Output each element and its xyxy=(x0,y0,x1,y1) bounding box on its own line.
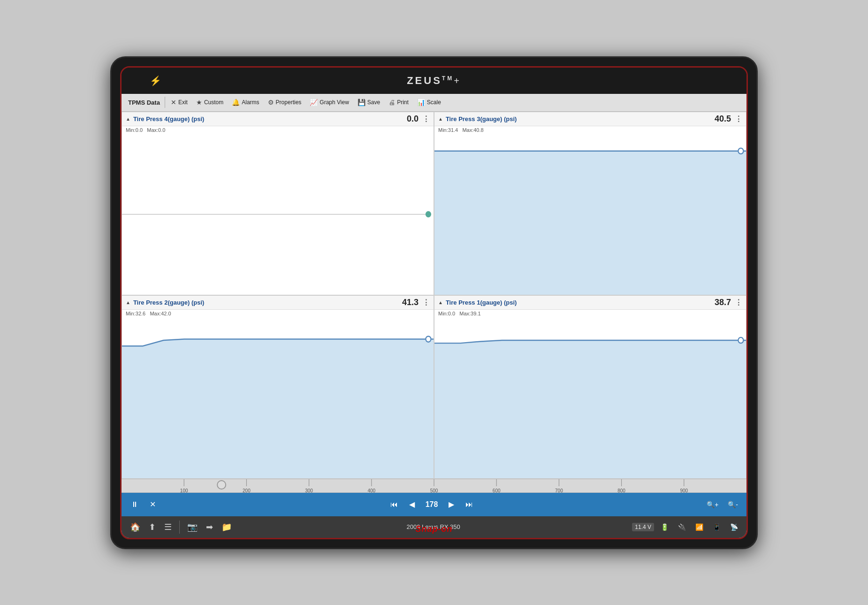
chart-value-tire4: 0.0 xyxy=(407,114,419,124)
chart-header-tire4: ▲ Tire Press 4(gauge) (psi) 0.0 ⋮ xyxy=(122,112,434,126)
usb-icon: 🔌 xyxy=(675,521,689,533)
voltage-display: 11.4 V xyxy=(632,523,654,531)
signal-icon: 📶 xyxy=(693,521,706,533)
back-button[interactable]: ◀ xyxy=(405,498,419,511)
pause-button[interactable]: ⏸ xyxy=(127,498,142,511)
rewind-icon: ⏮ xyxy=(390,500,398,509)
up-icon[interactable]: ⬆ xyxy=(146,520,159,534)
rewind-button[interactable]: ⏮ xyxy=(387,498,402,511)
chart-panel-tire3: ▲ Tire Press 3(gauge) (psi) 40.5 ⋮ Min:3… xyxy=(434,112,746,295)
toolbar: TPMS Data ✕ Exit ★ Custom 🔔 Alarms ⚙ Pro… xyxy=(122,94,746,112)
chart-header-tire3: ▲ Tire Press 3(gauge) (psi) 40.5 ⋮ xyxy=(434,112,746,126)
chart-svg-tire4 xyxy=(122,134,434,295)
folder-icon[interactable]: 📁 xyxy=(219,520,235,534)
taskbar-sep-1 xyxy=(179,521,180,534)
device-inner: ⚡ ZEUSTM+ TPMS Data ✕ Exit ★ Custom xyxy=(120,66,748,539)
expand-btn-tire4[interactable]: ▲ xyxy=(126,116,130,122)
star-icon: ★ xyxy=(196,99,202,106)
snap-on-logo: Snap-on xyxy=(416,524,453,534)
expand-btn-tire1[interactable]: ▲ xyxy=(438,300,443,305)
chart-header-right-tire3: 40.5 ⋮ xyxy=(715,114,742,124)
chart-header-tire1: ▲ Tire Press 1(gauge) (psi) 38.7 ⋮ xyxy=(434,296,746,310)
chart-svg-tire2 xyxy=(122,317,434,478)
toolbar-title: TPMS Data xyxy=(125,99,163,106)
scale-button[interactable]: 📊 Scale xyxy=(413,97,445,107)
chart-title-tire3: Tire Press 3(gauge) (psi) xyxy=(446,115,517,123)
stop-button[interactable]: ✕ xyxy=(146,498,160,511)
graph-icon: 📈 xyxy=(310,99,318,106)
svg-text:500: 500 xyxy=(430,488,438,493)
chart-value-tire1: 38.7 xyxy=(715,298,731,307)
expand-btn-tire3[interactable]: ▲ xyxy=(438,116,443,122)
controls-bar: ⏸ ✕ ⏮ ◀ 178 ▶ ⏭ xyxy=(122,493,746,516)
taskbar-status: 11.4 V 🔋 🔌 📶 📱 📡 xyxy=(632,521,741,533)
exit-button[interactable]: ✕ Exit xyxy=(167,97,191,107)
svg-point-28 xyxy=(217,481,226,489)
chart-header-left-tire4: ▲ Tire Press 4(gauge) (psi) xyxy=(126,115,204,123)
svg-text:200: 200 xyxy=(243,488,251,493)
chart-minmax-tire2: Min:32.6 Max:42.0 xyxy=(122,310,434,317)
svg-point-4 xyxy=(738,148,743,153)
arrow-right-icon[interactable]: ➡ xyxy=(203,520,216,534)
print-icon: 🖨 xyxy=(388,99,395,106)
chart-svg-tire3 xyxy=(434,134,746,295)
expand-btn-tire2[interactable]: ▲ xyxy=(126,300,130,305)
chart-title-tire4: Tire Press 4(gauge) (psi) xyxy=(133,115,204,123)
zoom-out-icon: 🔍- xyxy=(728,501,738,508)
svg-text:800: 800 xyxy=(617,488,625,493)
chart-body-tire4 xyxy=(122,134,434,295)
list-icon[interactable]: ☰ xyxy=(161,520,175,534)
chart-title-tire1: Tire Press 1(gauge) (psi) xyxy=(446,299,517,306)
zoom-in-button[interactable]: 🔍+ xyxy=(704,499,721,510)
device-outer: ⚡ ZEUSTM+ TPMS Data ✕ Exit ★ Custom xyxy=(110,56,758,549)
zoom-in-icon: 🔍+ xyxy=(707,501,718,508)
chart-menu-tire3[interactable]: ⋮ xyxy=(735,115,742,123)
svg-text:100: 100 xyxy=(180,488,188,493)
fast-forward-button[interactable]: ⏭ xyxy=(462,498,477,511)
forward-button[interactable]: ▶ xyxy=(445,498,458,511)
svg-text:700: 700 xyxy=(555,488,563,493)
svg-point-8 xyxy=(738,337,743,343)
charts-grid: ▲ Tire Press 4(gauge) (psi) 0.0 ⋮ Min:0.… xyxy=(122,112,746,479)
home-icon[interactable]: 🏠 xyxy=(127,520,143,534)
zoom-out-button[interactable]: 🔍- xyxy=(725,499,741,510)
chart-body-tire1 xyxy=(434,317,746,478)
svg-text:400: 400 xyxy=(367,488,375,493)
chart-menu-tire4[interactable]: ⋮ xyxy=(422,115,430,123)
chart-value-tire3: 40.5 xyxy=(715,114,731,124)
chart-header-right-tire4: 0.0 ⋮ xyxy=(407,114,430,124)
chart-header-left-tire1: ▲ Tire Press 1(gauge) (psi) xyxy=(438,299,517,306)
back-icon: ◀ xyxy=(409,500,415,509)
device-header: ⚡ ZEUSTM+ xyxy=(122,68,746,94)
chart-menu-tire1[interactable]: ⋮ xyxy=(735,298,742,307)
camera-icon[interactable]: 📷 xyxy=(184,520,200,534)
save-icon: 💾 xyxy=(358,99,365,106)
screen: TPMS Data ✕ Exit ★ Custom 🔔 Alarms ⚙ Pro… xyxy=(122,94,746,538)
forward-icon: ▶ xyxy=(449,500,454,509)
timeline-svg: 100 200 300 400 500 600 700 800 xyxy=(122,479,746,493)
scale-icon: 📊 xyxy=(417,99,425,106)
device-title: ZEUSTM+ xyxy=(407,75,461,87)
svg-point-2 xyxy=(426,211,431,217)
timeline-container[interactable]: 100 200 300 400 500 600 700 800 xyxy=(122,479,746,493)
print-button[interactable]: 🖨 Print xyxy=(385,97,412,107)
chart-menu-tire2[interactable]: ⋮ xyxy=(422,298,430,307)
chart-header-right-tire2: 41.3 ⋮ xyxy=(402,298,430,307)
chart-value-tire2: 41.3 xyxy=(402,298,419,307)
properties-button[interactable]: ⚙ Properties xyxy=(264,97,305,107)
chart-minmax-tire3: Min:31.4 Max:40.8 xyxy=(434,126,746,134)
custom-button[interactable]: ★ Custom xyxy=(192,97,227,107)
chart-body-tire2 xyxy=(122,317,434,478)
chart-header-left-tire3: ▲ Tire Press 3(gauge) (psi) xyxy=(438,115,517,123)
chart-body-tire3 xyxy=(434,134,746,295)
alarms-button[interactable]: 🔔 Alarms xyxy=(228,97,263,107)
battery-status-icon: 🔋 xyxy=(658,521,671,533)
svg-text:300: 300 xyxy=(305,488,313,493)
chart-panel-tire1: ▲ Tire Press 1(gauge) (psi) 38.7 ⋮ Min:0… xyxy=(434,295,746,479)
svg-text:900: 900 xyxy=(680,488,688,493)
wifi-icon: 📡 xyxy=(727,521,741,533)
graph-view-button[interactable]: 📈 Graph View xyxy=(306,97,352,107)
save-button[interactable]: 💾 Save xyxy=(354,97,384,107)
svg-point-6 xyxy=(426,336,431,342)
chart-header-right-tire1: 38.7 ⋮ xyxy=(715,298,742,307)
